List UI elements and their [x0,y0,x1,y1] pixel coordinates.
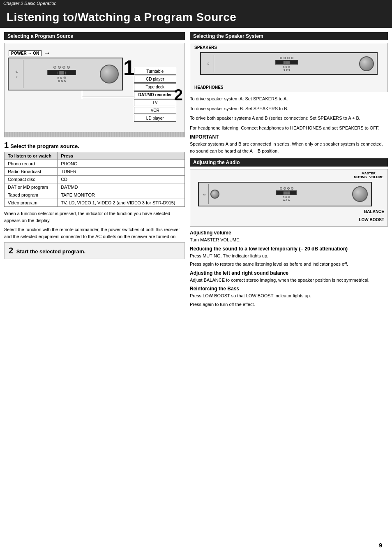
chapter-label: Chapter 2 Basic Operation [0,0,392,7]
col-header-press: Press [58,152,185,160]
audio-display: ▓▓▓ [276,190,297,195]
press-video: TV, LD, VIDEO 1, VIDEO 2 (and VIDEO 3 fo… [58,199,185,207]
speaker-diagram: SPEAKERS ① ▓▓▓ 6 6 ⑩ [190,43,388,92]
audio-device-box: ⊡ ▓▓▓ 6 6 ⑩ [198,182,371,206]
press-phono: PHONO [58,160,185,168]
page-number: 9 [379,542,382,549]
table-row: DAT or MD program DAT/MD [5,183,185,191]
adjust-balance-text: Adjust BALANCE to correct stereo imaging… [190,277,388,284]
source-tapedeck: Tape deck [134,83,177,90]
reducing-sound-heading: Reducing the sound to a low level tempor… [190,246,388,252]
reinforcing-bass-heading: Reinforcing the Bass [190,286,388,292]
important-text: Speaker systems A and B are connected in… [190,141,388,154]
step1-num: 1 [4,141,9,150]
important-label: IMPORTANT [190,134,388,140]
source-datmd: DAT/MD recorder [134,91,177,98]
muting-label: MUTING [354,175,367,179]
volume-label: VOLUME [369,175,383,179]
balance-label: BALANCE [364,209,384,214]
step2-heading: Start the selected program. [16,248,85,255]
speaker-device-box: ① ▓▓▓ 6 6 ⑩ [200,52,378,75]
table-row: Phono record PHONO [5,160,185,168]
adjust-volume-text: Turn MASTER VOLUME. [190,236,388,243]
headphones-label: HEADPHONES [194,85,224,90]
important-box: IMPORTANT Speaker systems A and B are co… [190,134,388,154]
table-row: Radio Broadcast TUNER [5,168,185,176]
reinforcing-bass-text1: Press LOW BOOST so that LOW BOOST indica… [190,292,388,299]
speaker-text-3: To drive both speaker systems A and B (s… [190,115,388,122]
device-diagram: POWER → ON → ① ○ [ ▓▓ ] [4,43,185,137]
step1-section: 1 Select the program source. [4,141,185,150]
audio-diagram: MASTER MUTING VOLUME ⊡ [190,169,388,227]
master-label: MASTER [354,171,383,175]
listen-tape: Taped program [5,191,58,199]
press-tape: TAPE MONITOR [58,191,185,199]
volume-knob [100,65,119,83]
left-column: Selecting a Program Source POWER → ON → … [4,32,185,309]
press-table: To listen to or watch Press Phono record… [4,152,185,207]
audio-header: Adjusting the Audio [190,158,388,167]
reinforcing-bass-text2: Press again to turn off the effect. [190,301,388,308]
source-cdplayer: CD player [134,76,177,83]
col-header-listen: To listen to or watch [5,152,58,160]
reducing-sound-text2: Press again to restore the same listenin… [190,261,388,268]
speaker-text-1: To drive speaker system A: Set SPEAKERS … [190,95,388,103]
listen-video: Video program [5,199,58,207]
source-list: Turntable CD player Tape deck DAT/MD rec… [134,68,177,122]
step2-number-diagram: 2 [174,86,183,104]
audio-section: Adjusting the Audio MASTER MUTING VOLUME… [190,158,388,308]
low-boost-label: LOW BOOST [359,218,384,222]
source-tv: TV [134,99,177,106]
press-cd: CD [58,176,185,183]
speaker-system-header: Selecting the Speaker System [190,32,388,40]
note-text-1: When a function selector is pressed, the… [4,210,185,224]
speaker-display: ▓▓▓ [275,60,298,65]
speaker-text-4: For headphone listening: Connect headpho… [190,125,388,132]
reducing-sound-text1: Press MUTING. The indicator lights up. [190,253,388,259]
listen-radio: Radio Broadcast [5,168,58,176]
source-turntable: Turntable [134,68,177,75]
table-row: Taped program TAPE MONITOR [5,191,185,199]
noise-bar [5,132,184,137]
table-row: Compact disc CD [5,176,185,183]
note-text-2: Select the function with the remote comm… [4,226,185,240]
source-vcr: VCR [134,107,177,114]
page-title: Listening to/Watching a Program Source [0,7,392,28]
press-datmd: DAT/MD [58,183,185,191]
connector-vert1 [82,90,82,99]
adjust-volume-heading: Adjusting volume [190,230,388,236]
power-label: POWER → ON [9,50,42,56]
press-tuner: TUNER [58,168,185,176]
step1-heading: Select the program source. [10,143,79,149]
listen-cd: Compact disc [5,176,58,183]
source-ldplayer: LD player [134,115,177,122]
display-screen: [ ▓▓ ] [47,70,76,75]
adjust-balance-heading: Adjusting the left and right sound balan… [190,270,388,276]
speakers-top-label: SPEAKERS [194,45,217,50]
speaker-text-2: To drive speaker system B: Set SPEAKERS … [190,105,388,113]
listen-phono: Phono record [5,160,58,168]
table-row: Video program TV, LD, VIDEO 1, VIDEO 2 (… [5,199,185,207]
right-column: Selecting the Speaker System SPEAKERS ① … [190,32,388,309]
listen-dat: DAT or MD program [5,183,58,191]
step2-num: 2 [9,246,13,255]
speaker-knob [359,56,374,71]
receiver-box: ① ○ [ ▓▓ ] 6 6 ⑩ [8,58,123,90]
volume-main-knob [352,186,368,202]
selecting-source-header: Selecting a Program Source [4,32,185,40]
connector-horiz [82,97,139,97]
muting-knob [210,190,219,199]
step2-section: 2 Start the selected program. [4,242,185,259]
